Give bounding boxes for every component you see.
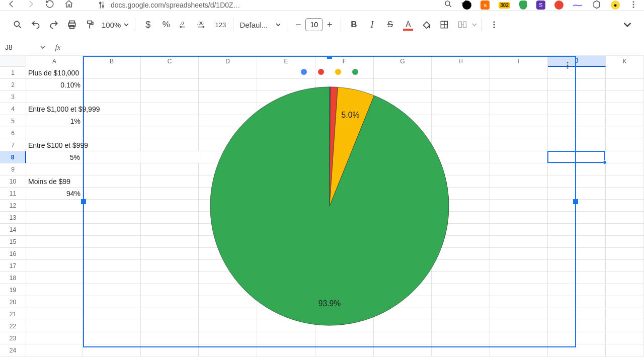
reload-icon[interactable]	[45, 0, 54, 10]
row-header[interactable]: 15	[0, 236, 26, 248]
extension-icon[interactable]: a	[480, 1, 490, 10]
cell[interactable]	[606, 284, 644, 296]
cell[interactable]	[606, 79, 644, 91]
row-header[interactable]: 17	[0, 260, 26, 272]
formula-input[interactable]	[65, 39, 644, 55]
cell[interactable]	[26, 296, 83, 308]
zoom-select[interactable]: 100%	[100, 21, 131, 29]
row-header[interactable]: 6	[0, 127, 26, 139]
row-header[interactable]: 3	[0, 91, 26, 103]
cell[interactable]	[606, 67, 644, 79]
row-header[interactable]: 20	[0, 296, 26, 308]
chart-menu-icon[interactable]	[563, 61, 572, 71]
row-header[interactable]: 13	[0, 212, 26, 224]
redo-icon[interactable]	[45, 16, 62, 33]
cell[interactable]: Entre $1,000 et $9,999	[26, 103, 83, 115]
profile-avatar[interactable]: ●	[611, 1, 620, 10]
cell[interactable]: 1%	[26, 115, 83, 127]
print-icon[interactable]	[63, 16, 80, 33]
cell[interactable]	[606, 163, 644, 175]
row-header[interactable]: 23	[0, 332, 26, 344]
row-header[interactable]: 19	[0, 284, 26, 296]
legend-swatch[interactable]	[318, 69, 324, 75]
collapse-toolbar-icon[interactable]	[620, 17, 635, 32]
cell[interactable]	[26, 212, 83, 224]
row-header[interactable]: 10	[0, 175, 26, 188]
cell[interactable]: Plus de $10,000	[26, 67, 83, 79]
back-icon[interactable]	[7, 0, 16, 10]
cell[interactable]	[606, 272, 644, 284]
italic-icon[interactable]: I	[363, 16, 380, 33]
cell[interactable]	[606, 200, 644, 212]
cell[interactable]	[606, 127, 644, 139]
cell[interactable]	[26, 284, 83, 296]
cell[interactable]	[606, 188, 644, 200]
row-header[interactable]: 2	[0, 79, 26, 91]
cell[interactable]	[26, 248, 83, 260]
cell[interactable]	[606, 332, 644, 344]
cell[interactable]	[606, 236, 644, 248]
cell[interactable]	[26, 260, 83, 272]
cell[interactable]	[606, 103, 644, 115]
sheet-grid[interactable]: ABCDEFGHIJK 1Plus de $10,00020.10%34Entr…	[0, 56, 644, 362]
pie-chart[interactable]: 5.0%93.9%	[206, 83, 453, 329]
row-header[interactable]: 18	[0, 272, 26, 284]
cell[interactable]	[606, 175, 644, 188]
format-123-button[interactable]: 123	[212, 16, 229, 33]
cell[interactable]	[26, 308, 83, 320]
downloads-icon[interactable]	[592, 0, 602, 11]
format-currency-icon[interactable]: $	[139, 16, 156, 33]
cell[interactable]	[605, 151, 643, 163]
resize-handle[interactable]	[327, 56, 332, 59]
borders-icon[interactable]	[436, 16, 453, 33]
extension-icon[interactable]: S	[536, 1, 545, 10]
cell[interactable]	[26, 127, 83, 139]
cell[interactable]	[606, 308, 644, 320]
cell[interactable]	[606, 91, 644, 103]
bold-icon[interactable]: B	[345, 16, 362, 33]
increase-font-icon[interactable]: +	[323, 18, 337, 32]
cell[interactable]	[26, 272, 83, 284]
resize-handle[interactable]	[573, 199, 578, 204]
extension-badge[interactable]: 302	[499, 2, 510, 9]
cell[interactable]	[606, 212, 644, 224]
select-all-corner[interactable]	[0, 56, 26, 67]
extension-icon[interactable]	[462, 1, 471, 10]
decrease-decimal-icon[interactable]: .0	[176, 16, 193, 33]
undo-icon[interactable]	[27, 16, 44, 33]
cell[interactable]: Moins de $99	[26, 175, 83, 188]
font-family-select[interactable]: Defaul...	[237, 21, 283, 29]
column-header[interactable]: A	[26, 56, 83, 67]
search-menus-icon[interactable]	[9, 16, 26, 33]
cell[interactable]	[26, 163, 83, 175]
row-header[interactable]: 24	[0, 344, 26, 356]
cell[interactable]: Entre $100 et $999	[26, 139, 83, 151]
row-header[interactable]: 8	[0, 151, 26, 163]
forward-icon[interactable]	[26, 0, 35, 10]
cell[interactable]	[606, 139, 644, 151]
cell[interactable]	[26, 344, 83, 356]
legend-swatch[interactable]	[301, 69, 307, 75]
cell[interactable]	[26, 320, 83, 332]
cell[interactable]	[26, 224, 83, 236]
cell[interactable]	[606, 320, 644, 332]
row-header[interactable]: 12	[0, 200, 26, 212]
cell[interactable]: 5%	[26, 151, 83, 163]
cell[interactable]	[26, 332, 83, 344]
kebab-menu-icon[interactable]	[629, 0, 638, 11]
resize-handle[interactable]	[81, 199, 86, 204]
merge-cells-icon[interactable]	[454, 16, 471, 33]
row-header[interactable]: 11	[0, 188, 26, 200]
decrease-font-icon[interactable]: −	[291, 18, 305, 32]
row-header[interactable]: 7	[0, 139, 26, 151]
strikethrough-icon[interactable]: S	[381, 16, 398, 33]
extension-icon[interactable]	[554, 1, 564, 10]
cell[interactable]	[606, 344, 644, 356]
row-header[interactable]: 16	[0, 248, 26, 260]
extension-icon[interactable]: ⁓	[573, 0, 583, 11]
increase-decimal-icon[interactable]: .00	[194, 16, 211, 33]
row-header[interactable]: 5	[0, 115, 26, 127]
address-bar[interactable]: docs.google.com/spreadsheets/d/1D0ZhuPvQ…	[95, 1, 245, 9]
embedded-chart[interactable]: 5.0%93.9%	[83, 56, 576, 347]
row-header[interactable]: 14	[0, 224, 26, 236]
